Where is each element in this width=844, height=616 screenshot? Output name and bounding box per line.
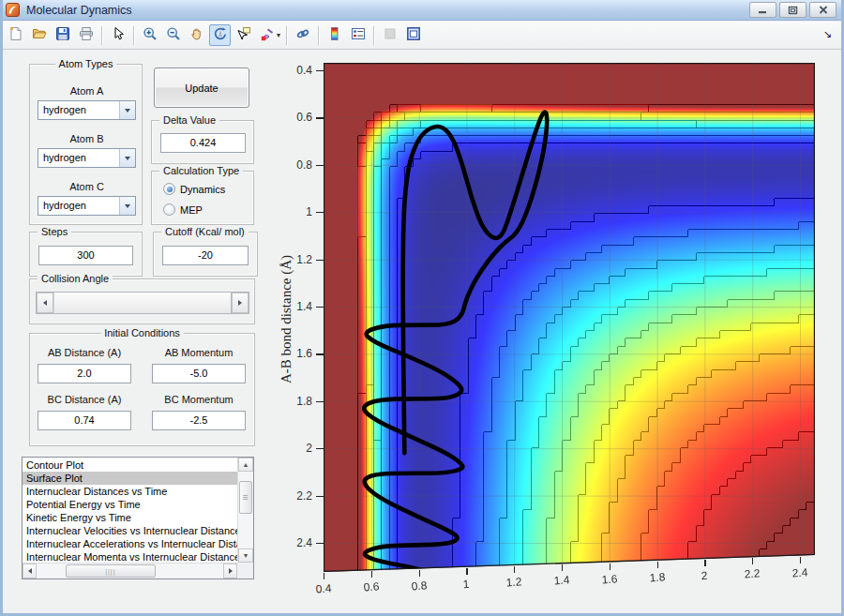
- toolbar-separator: [286, 26, 287, 45]
- collision-angle-title: Collision Angle: [38, 273, 113, 284]
- list-item[interactable]: Surface Plot: [23, 472, 237, 485]
- pan-button[interactable]: [186, 24, 207, 46]
- y-tick-mark: [316, 117, 324, 118]
- atom-a-dropdown[interactable]: hydrogen: [38, 100, 136, 120]
- insert-legend-icon: [351, 26, 366, 45]
- initial-conditions-title: Initial Conditions: [100, 327, 184, 338]
- y-tick-label: 1.6: [280, 347, 312, 360]
- collision-angle-slider[interactable]: [36, 292, 249, 314]
- show-plot-tools-dock-button[interactable]: [402, 24, 424, 46]
- list-item[interactable]: Internuclear Velocities vs Internuclear …: [23, 524, 237, 537]
- rotate-3d-button[interactable]: [209, 24, 231, 46]
- y-tick-label: 2: [280, 442, 312, 455]
- y-tick-mark: [316, 543, 324, 544]
- update-button[interactable]: Update: [154, 68, 249, 108]
- link-plot-button[interactable]: [292, 24, 313, 46]
- list-item[interactable]: Internuclear Distances vs Time: [23, 485, 237, 498]
- bc-distance-label: BC Distance (A): [38, 394, 131, 405]
- cutoff-title: Cutoff (Kcal/ mol): [161, 226, 249, 237]
- atom-c-label: Atom C: [30, 181, 143, 192]
- zoom-out-button[interactable]: [162, 24, 184, 46]
- cutoff-field[interactable]: -20: [162, 246, 249, 265]
- x-tick-mark: [610, 563, 610, 570]
- list-item[interactable]: Internuclear Accelerations vs Internucle…: [23, 537, 237, 550]
- vertical-scroll-thumb[interactable]: ☰: [239, 481, 252, 515]
- toolbar-separator: [373, 26, 374, 45]
- radio-dynamics[interactable]: Dynamics: [163, 183, 225, 195]
- insert-legend-button[interactable]: [347, 24, 369, 46]
- titlebar[interactable]: Molecular Dynamics: [0, 0, 844, 21]
- y-tick-label: 0.6: [280, 111, 312, 124]
- y-tick-label: 1.2: [280, 253, 312, 266]
- x-tick-label: 1: [447, 576, 486, 592]
- chevron-down-icon[interactable]: [119, 197, 135, 215]
- zoom-in-button[interactable]: [139, 24, 160, 46]
- zoom-out-icon: [166, 26, 181, 45]
- x-tick-mark: [324, 573, 324, 579]
- scroll-right-button[interactable]: [223, 563, 237, 578]
- plot-type-listbox[interactable]: Contour PlotSurface PlotInternuclear Dis…: [22, 457, 254, 579]
- delta-value-group: Delta Value 0.424: [151, 120, 254, 164]
- hide-plot-tools-button: [379, 24, 400, 46]
- brush-icon: [260, 26, 275, 45]
- atom-b-dropdown[interactable]: hydrogen: [38, 148, 136, 168]
- steps-group: Steps 300: [29, 232, 143, 277]
- ab-momentum-label: AB Momentum: [152, 347, 246, 358]
- ab-momentum-field[interactable]: -5.0: [152, 364, 246, 383]
- collision-angle-group: Collision Angle: [29, 278, 255, 324]
- y-tick-mark: [316, 307, 324, 308]
- y-tick-label: 0.4: [280, 64, 312, 77]
- list-item[interactable]: Potential Energy vs Time: [23, 498, 237, 511]
- horizontal-scroll-thumb[interactable]: ||||: [66, 564, 156, 578]
- restore-button[interactable]: [779, 2, 806, 18]
- chevron-down-icon[interactable]: [119, 149, 135, 167]
- pan-icon: [189, 26, 204, 45]
- new-figure-button[interactable]: [5, 24, 26, 46]
- scroll-left-button[interactable]: [23, 563, 37, 578]
- radio-button-icon[interactable]: [163, 183, 175, 195]
- toolbar-overflow-arrow[interactable]: ↘: [823, 29, 832, 39]
- minimize-button[interactable]: [749, 2, 776, 18]
- x-tick-mark: [657, 562, 658, 568]
- listbox-vertical-scrollbar[interactable]: ▲ ☰ ▼: [237, 458, 253, 563]
- slider-right-arrow[interactable]: [232, 293, 249, 313]
- x-tick-mark: [371, 571, 372, 578]
- x-tick-label: 2.2: [733, 566, 772, 582]
- data-cursor-button[interactable]: [233, 24, 254, 46]
- x-tick-label: 1.6: [590, 571, 628, 587]
- zoom-in-icon: [143, 26, 158, 45]
- chevron-down-icon[interactable]: [119, 101, 135, 119]
- scroll-down-button[interactable]: ▼: [238, 548, 253, 563]
- toolbar-separator: [133, 26, 134, 45]
- bc-distance-field[interactable]: 0.74: [38, 411, 131, 430]
- toolbar-separator: [101, 26, 102, 45]
- y-tick-mark: [316, 448, 324, 449]
- steps-field[interactable]: 300: [38, 246, 133, 265]
- ab-distance-field[interactable]: 2.0: [38, 364, 131, 383]
- bc-momentum-field[interactable]: -2.5: [152, 411, 246, 430]
- listbox-horizontal-scrollbar[interactable]: ||||: [23, 563, 237, 578]
- radio-button-icon[interactable]: [163, 203, 175, 216]
- y-tick-mark: [316, 70, 324, 71]
- edit-plot-button[interactable]: [107, 24, 128, 46]
- slider-left-arrow[interactable]: [37, 293, 53, 313]
- brush-button[interactable]: [256, 24, 278, 46]
- delta-value-field[interactable]: 0.424: [160, 133, 246, 153]
- list-item[interactable]: Kinetic Energy vs Time: [23, 511, 237, 524]
- app-icon: [6, 3, 20, 17]
- save-figure-button[interactable]: [52, 24, 73, 46]
- slider-thumb[interactable]: [53, 293, 232, 313]
- scroll-up-button[interactable]: ▲: [238, 458, 253, 472]
- close-button[interactable]: [809, 2, 836, 18]
- hide-plot-tools-icon: [383, 26, 398, 45]
- x-tick-label: 1.2: [495, 575, 534, 591]
- list-item[interactable]: Contour Plot: [23, 458, 237, 472]
- open-file-button[interactable]: [28, 24, 50, 46]
- print-figure-button[interactable]: [75, 24, 97, 46]
- atom-c-dropdown[interactable]: hydrogen: [38, 196, 136, 216]
- potential-energy-surface-plot[interactable]: [324, 63, 815, 572]
- insert-colorbar-button[interactable]: [324, 24, 345, 46]
- list-item[interactable]: Internuclear Momenta vs Internuclear Dis…: [23, 550, 237, 563]
- open-file-icon: [32, 26, 47, 45]
- radio-mep[interactable]: MEP: [163, 203, 203, 216]
